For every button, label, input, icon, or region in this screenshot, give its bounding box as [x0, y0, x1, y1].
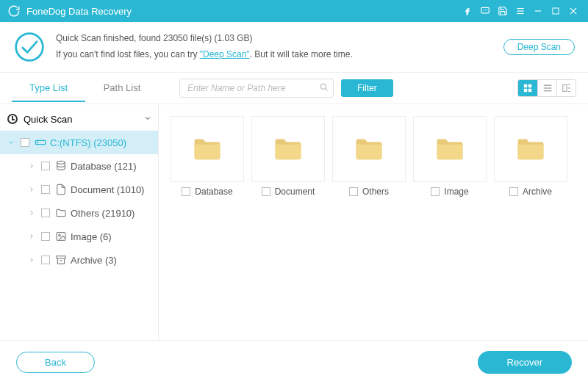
chevron-right-icon: [26, 233, 37, 240]
content-grid: DatabaseDocumentOthersImageArchive: [159, 104, 588, 340]
svg-rect-21: [562, 85, 566, 92]
status-file-count: 23050: [163, 33, 187, 43]
deep-scan-link[interactable]: "Deep Scan": [200, 49, 250, 59]
status-hint-a: If you can't find lost files, you can tr…: [56, 49, 200, 59]
database-icon: [54, 160, 68, 172]
footer: Back Recover: [0, 340, 588, 384]
folder-item[interactable]: Document: [251, 116, 325, 197]
svg-point-3: [487, 10, 487, 10]
view-grid-icon[interactable]: [518, 80, 537, 96]
svg-rect-17: [528, 89, 532, 93]
checkbox[interactable]: [349, 187, 358, 196]
tree-item-others[interactable]: Others (21910): [0, 201, 158, 225]
folder-label-row: Archive: [509, 186, 552, 197]
maximize-icon[interactable]: [547, 2, 564, 20]
folder-label-row: Others: [349, 186, 389, 197]
tree-quick-scan[interactable]: Quick Scan: [0, 107, 158, 131]
checkbox[interactable]: [509, 187, 518, 196]
view-toggle: [517, 79, 576, 97]
tab-type-list[interactable]: Type List: [12, 75, 85, 102]
folder-icon: [171, 116, 244, 182]
close-icon[interactable]: [564, 2, 582, 20]
tree-item-archive[interactable]: Archive (3): [0, 248, 158, 272]
back-button[interactable]: Back: [16, 352, 95, 373]
checkbox[interactable]: [41, 256, 50, 264]
deep-scan-button[interactable]: Deep Scan: [503, 39, 575, 55]
view-detail-icon[interactable]: [556, 80, 576, 96]
tree-item-label: Others (21910): [71, 208, 152, 219]
svg-rect-28: [57, 233, 65, 241]
app-title: FoneDog Data Recovery: [26, 6, 459, 17]
list-tabs: Type List Path List: [12, 75, 159, 102]
folder-item[interactable]: Others: [332, 116, 406, 197]
checkbox[interactable]: [41, 209, 50, 217]
archive-icon: [54, 254, 68, 266]
folder-label: Image: [444, 186, 468, 197]
facebook-icon[interactable]: [459, 2, 476, 20]
filter-button[interactable]: Filter: [341, 79, 393, 97]
folder-icon: [54, 207, 68, 219]
folder-item[interactable]: Database: [171, 116, 244, 197]
svg-rect-8: [553, 8, 559, 14]
chevron-right-icon: [26, 186, 37, 193]
svg-point-12: [320, 84, 326, 89]
toolbar: Type List Path List Filter: [0, 73, 588, 104]
main-area: Quick Scan C:(NTFS) (23050) Database (12…: [0, 104, 588, 340]
tree-drive-label: C:(NTFS) (23050): [50, 137, 152, 148]
folder-item[interactable]: Archive: [494, 116, 567, 197]
save-icon[interactable]: [494, 2, 512, 20]
tree-item-database[interactable]: Database (121): [0, 154, 158, 178]
chevron-down-icon: [6, 139, 16, 146]
folder-icon: [332, 116, 406, 182]
folder-item[interactable]: Image: [413, 116, 487, 197]
title-bar: FoneDog Data Recovery: [0, 0, 588, 22]
search-input[interactable]: [179, 79, 334, 98]
checkbox[interactable]: [41, 232, 50, 241]
svg-point-1: [483, 10, 484, 10]
chevron-right-icon: [26, 209, 37, 217]
tree-item-image[interactable]: Image (6): [0, 225, 158, 248]
status-suffix: ): [250, 33, 253, 43]
tree-item-label: Image (6): [71, 231, 152, 242]
folder-label: Others: [362, 186, 389, 197]
svg-point-11: [16, 34, 43, 61]
search-box: [179, 79, 334, 98]
tree-item-document[interactable]: Document (1010): [0, 178, 158, 201]
clock-icon: [7, 114, 18, 124]
recover-button[interactable]: Recover: [478, 351, 572, 374]
feedback-icon[interactable]: [476, 2, 494, 20]
folder-label-row: Image: [431, 186, 468, 197]
tab-path-list[interactable]: Path List: [85, 75, 159, 102]
document-icon: [54, 184, 68, 195]
status-hint-b: . But it will take more time.: [250, 49, 353, 59]
svg-rect-30: [57, 256, 65, 258]
svg-rect-16: [524, 89, 528, 93]
drive-icon: [34, 137, 47, 148]
checkbox[interactable]: [262, 187, 270, 196]
status-prefix: Quick Scan finished, found: [56, 33, 163, 43]
checkbox[interactable]: [41, 185, 50, 194]
tree-item-label: Document (1010): [71, 184, 152, 195]
checkbox[interactable]: [182, 187, 190, 196]
sidebar: Quick Scan C:(NTFS) (23050) Database (12…: [0, 104, 159, 340]
image-icon: [54, 231, 68, 242]
menu-icon[interactable]: [512, 2, 529, 20]
svg-point-27: [57, 161, 65, 164]
chevron-down-icon[interactable]: [143, 114, 152, 125]
svg-line-13: [325, 88, 327, 90]
svg-rect-14: [524, 84, 528, 88]
view-list-icon[interactable]: [537, 80, 556, 96]
status-text: Quick Scan finished, found 23050 file(s)…: [56, 31, 493, 62]
minimize-icon[interactable]: [529, 2, 547, 20]
chevron-right-icon: [26, 162, 37, 170]
search-icon[interactable]: [319, 82, 329, 95]
folder-icon: [413, 116, 487, 182]
checkmark-icon: [13, 31, 46, 63]
checkbox[interactable]: [431, 187, 440, 196]
folder-label: Document: [275, 186, 315, 197]
folder-label-row: Database: [182, 186, 232, 197]
tree-drive[interactable]: C:(NTFS) (23050): [0, 131, 158, 154]
checkbox[interactable]: [21, 138, 29, 147]
checkbox[interactable]: [41, 162, 50, 170]
status-size: 1.03 GB: [217, 33, 249, 43]
